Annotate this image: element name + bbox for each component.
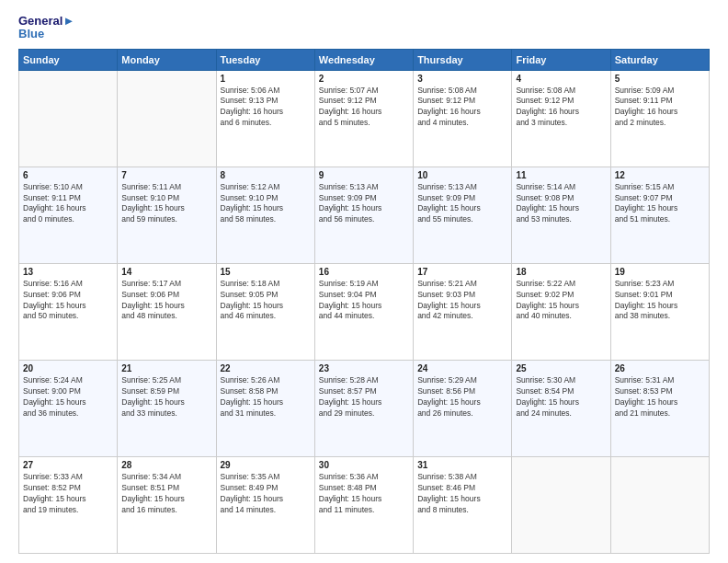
day-number: 16 xyxy=(319,267,409,277)
day-detail: Sunrise: 5:17 AM Sunset: 9:06 PM Dayligh… xyxy=(121,279,211,323)
day-detail: Sunrise: 5:11 AM Sunset: 9:10 PM Dayligh… xyxy=(121,182,211,226)
day-detail: Sunrise: 5:06 AM Sunset: 9:13 PM Dayligh… xyxy=(221,86,311,130)
day-detail: Sunrise: 5:08 AM Sunset: 9:12 PM Dayligh… xyxy=(417,86,507,130)
calendar-cell: 27Sunrise: 5:33 AM Sunset: 8:52 PM Dayli… xyxy=(19,456,118,553)
calendar-cell: 1Sunrise: 5:06 AM Sunset: 9:13 PM Daylig… xyxy=(216,70,314,167)
day-detail: Sunrise: 5:25 AM Sunset: 8:59 PM Dayligh… xyxy=(121,375,211,419)
day-detail: Sunrise: 5:13 AM Sunset: 9:09 PM Dayligh… xyxy=(417,182,507,226)
day-number: 8 xyxy=(221,170,311,180)
day-detail: Sunrise: 5:31 AM Sunset: 8:53 PM Dayligh… xyxy=(615,375,705,419)
page: General► Blue SundayMondayTuesdayWednesd… xyxy=(0,0,728,563)
day-detail: Sunrise: 5:15 AM Sunset: 9:07 PM Dayligh… xyxy=(615,182,705,226)
day-detail: Sunrise: 5:35 AM Sunset: 8:49 PM Dayligh… xyxy=(221,472,311,516)
day-number: 29 xyxy=(221,460,311,470)
calendar-cell: 15Sunrise: 5:18 AM Sunset: 9:05 PM Dayli… xyxy=(216,263,314,360)
calendar-cell: 3Sunrise: 5:08 AM Sunset: 9:12 PM Daylig… xyxy=(414,70,512,167)
calendar-cell: 14Sunrise: 5:17 AM Sunset: 9:06 PM Dayli… xyxy=(118,263,216,360)
day-detail: Sunrise: 5:29 AM Sunset: 8:56 PM Dayligh… xyxy=(417,375,507,419)
day-number: 1 xyxy=(221,74,311,84)
day-number: 21 xyxy=(121,363,211,373)
calendar-cell: 26Sunrise: 5:31 AM Sunset: 8:53 PM Dayli… xyxy=(610,360,709,456)
day-number: 11 xyxy=(516,170,606,180)
day-number: 5 xyxy=(615,74,705,84)
day-number: 28 xyxy=(121,460,211,470)
logo-blue: Blue xyxy=(18,28,74,40)
day-detail: Sunrise: 5:22 AM Sunset: 9:02 PM Dayligh… xyxy=(516,279,606,323)
day-number: 2 xyxy=(319,74,409,84)
day-number: 7 xyxy=(121,170,211,180)
day-number: 19 xyxy=(615,267,705,277)
day-number: 30 xyxy=(319,460,409,470)
day-number: 6 xyxy=(23,170,113,180)
day-detail: Sunrise: 5:36 AM Sunset: 8:48 PM Dayligh… xyxy=(319,472,409,516)
calendar-cell: 17Sunrise: 5:21 AM Sunset: 9:03 PM Dayli… xyxy=(414,263,512,360)
calendar-cell: 8Sunrise: 5:12 AM Sunset: 9:10 PM Daylig… xyxy=(216,167,314,263)
calendar-cell xyxy=(118,70,216,167)
day-detail: Sunrise: 5:14 AM Sunset: 9:08 PM Dayligh… xyxy=(516,182,606,226)
calendar-cell: 12Sunrise: 5:15 AM Sunset: 9:07 PM Dayli… xyxy=(610,167,709,263)
calendar-table: SundayMondayTuesdayWednesdayThursdayFrid… xyxy=(18,49,710,554)
calendar-cell: 30Sunrise: 5:36 AM Sunset: 8:48 PM Dayli… xyxy=(314,456,413,553)
day-detail: Sunrise: 5:33 AM Sunset: 8:52 PM Dayligh… xyxy=(23,472,113,516)
day-number: 27 xyxy=(23,460,113,470)
calendar-cell: 20Sunrise: 5:24 AM Sunset: 9:00 PM Dayli… xyxy=(19,360,118,456)
day-number: 9 xyxy=(319,170,409,180)
day-number: 15 xyxy=(221,267,311,277)
calendar-cell: 9Sunrise: 5:13 AM Sunset: 9:09 PM Daylig… xyxy=(314,167,413,263)
day-number: 17 xyxy=(417,267,507,277)
logo-general: General► xyxy=(18,15,74,28)
day-detail: Sunrise: 5:16 AM Sunset: 9:06 PM Dayligh… xyxy=(23,279,113,323)
day-detail: Sunrise: 5:12 AM Sunset: 9:10 PM Dayligh… xyxy=(221,182,311,226)
calendar-cell xyxy=(512,456,610,553)
day-detail: Sunrise: 5:34 AM Sunset: 8:51 PM Dayligh… xyxy=(121,472,211,516)
calendar-cell: 23Sunrise: 5:28 AM Sunset: 8:57 PM Dayli… xyxy=(314,360,413,456)
day-number: 26 xyxy=(615,363,705,373)
calendar-cell: 13Sunrise: 5:16 AM Sunset: 9:06 PM Dayli… xyxy=(19,263,118,360)
day-number: 22 xyxy=(221,363,311,373)
day-detail: Sunrise: 5:30 AM Sunset: 8:54 PM Dayligh… xyxy=(516,375,606,419)
day-detail: Sunrise: 5:08 AM Sunset: 9:12 PM Dayligh… xyxy=(516,86,606,130)
col-header-thursday: Thursday xyxy=(414,49,512,70)
day-detail: Sunrise: 5:26 AM Sunset: 8:58 PM Dayligh… xyxy=(221,375,311,419)
calendar-cell: 22Sunrise: 5:26 AM Sunset: 8:58 PM Dayli… xyxy=(216,360,314,456)
calendar-cell: 5Sunrise: 5:09 AM Sunset: 9:11 PM Daylig… xyxy=(610,70,709,167)
col-header-friday: Friday xyxy=(512,49,610,70)
calendar-cell: 7Sunrise: 5:11 AM Sunset: 9:10 PM Daylig… xyxy=(118,167,216,263)
day-number: 18 xyxy=(516,267,606,277)
day-number: 20 xyxy=(23,363,113,373)
day-detail: Sunrise: 5:18 AM Sunset: 9:05 PM Dayligh… xyxy=(221,279,311,323)
col-header-wednesday: Wednesday xyxy=(314,49,413,70)
day-number: 14 xyxy=(121,267,211,277)
calendar-cell: 21Sunrise: 5:25 AM Sunset: 8:59 PM Dayli… xyxy=(118,360,216,456)
day-number: 23 xyxy=(319,363,409,373)
calendar-week-row: 27Sunrise: 5:33 AM Sunset: 8:52 PM Dayli… xyxy=(19,456,710,553)
calendar-header-row: SundayMondayTuesdayWednesdayThursdayFrid… xyxy=(19,49,710,70)
calendar-cell: 24Sunrise: 5:29 AM Sunset: 8:56 PM Dayli… xyxy=(414,360,512,456)
calendar-cell: 19Sunrise: 5:23 AM Sunset: 9:01 PM Dayli… xyxy=(610,263,709,360)
col-header-monday: Monday xyxy=(118,49,216,70)
col-header-sunday: Sunday xyxy=(19,49,118,70)
calendar-cell: 28Sunrise: 5:34 AM Sunset: 8:51 PM Dayli… xyxy=(118,456,216,553)
day-number: 13 xyxy=(23,267,113,277)
calendar-cell: 18Sunrise: 5:22 AM Sunset: 9:02 PM Dayli… xyxy=(512,263,610,360)
day-detail: Sunrise: 5:10 AM Sunset: 9:11 PM Dayligh… xyxy=(23,182,113,226)
day-number: 3 xyxy=(417,74,507,84)
calendar-week-row: 6Sunrise: 5:10 AM Sunset: 9:11 PM Daylig… xyxy=(19,167,710,263)
col-header-saturday: Saturday xyxy=(610,49,709,70)
header: General► Blue xyxy=(18,15,710,41)
calendar-cell: 6Sunrise: 5:10 AM Sunset: 9:11 PM Daylig… xyxy=(19,167,118,263)
col-header-tuesday: Tuesday xyxy=(216,49,314,70)
day-detail: Sunrise: 5:19 AM Sunset: 9:04 PM Dayligh… xyxy=(319,279,409,323)
day-detail: Sunrise: 5:38 AM Sunset: 8:46 PM Dayligh… xyxy=(417,472,507,516)
calendar-week-row: 1Sunrise: 5:06 AM Sunset: 9:13 PM Daylig… xyxy=(19,70,710,167)
day-detail: Sunrise: 5:24 AM Sunset: 9:00 PM Dayligh… xyxy=(23,375,113,419)
calendar-cell: 31Sunrise: 5:38 AM Sunset: 8:46 PM Dayli… xyxy=(414,456,512,553)
day-detail: Sunrise: 5:28 AM Sunset: 8:57 PM Dayligh… xyxy=(319,375,409,419)
calendar-week-row: 20Sunrise: 5:24 AM Sunset: 9:00 PM Dayli… xyxy=(19,360,710,456)
calendar-cell: 2Sunrise: 5:07 AM Sunset: 9:12 PM Daylig… xyxy=(314,70,413,167)
calendar-cell: 16Sunrise: 5:19 AM Sunset: 9:04 PM Dayli… xyxy=(314,263,413,360)
calendar-cell: 25Sunrise: 5:30 AM Sunset: 8:54 PM Dayli… xyxy=(512,360,610,456)
logo: General► Blue xyxy=(18,15,74,41)
calendar-cell: 4Sunrise: 5:08 AM Sunset: 9:12 PM Daylig… xyxy=(512,70,610,167)
day-detail: Sunrise: 5:07 AM Sunset: 9:12 PM Dayligh… xyxy=(319,86,409,130)
